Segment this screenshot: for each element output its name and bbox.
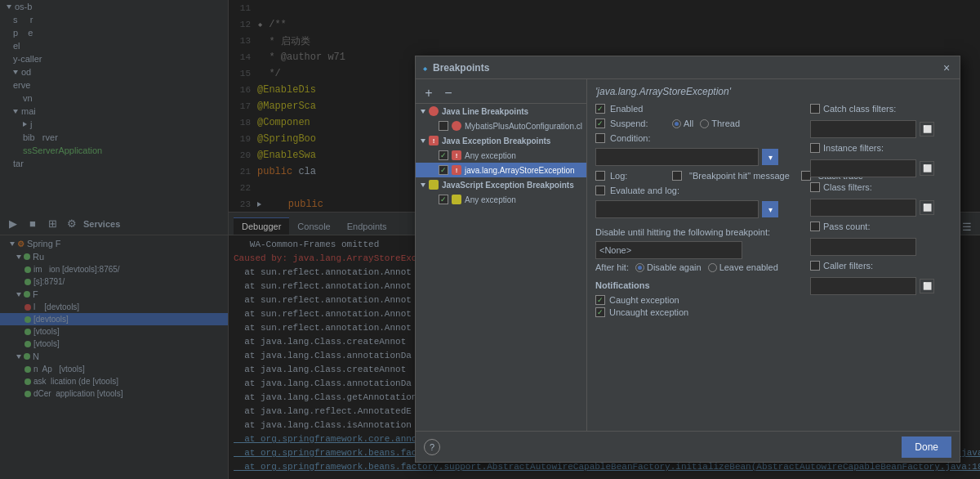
- ide-background: os-b s r p e el y-caller od erve vn mai: [0, 0, 980, 479]
- uncaught-exception-checkbox[interactable]: [595, 307, 605, 317]
- class-filters-checkbox[interactable]: [810, 182, 820, 192]
- class-filters-input-row: ⬜: [810, 199, 953, 217]
- breakpoints-icon: ⬥: [422, 62, 428, 74]
- class-filters-label: Class filters:: [823, 182, 872, 192]
- java-bp-icon: [452, 121, 461, 131]
- bp-group-label: Java Line Breakpoints: [442, 107, 528, 116]
- caller-filters-browse-btn[interactable]: ⬜: [920, 279, 934, 293]
- bp-group-label: JavaScript Exception Breakpoints: [442, 181, 574, 190]
- bp-group-java-exception[interactable]: ! Java Exception Breakpoints: [416, 133, 586, 148]
- evaluate-checkbox[interactable]: [595, 186, 605, 195]
- evaluate-input[interactable]: [595, 200, 759, 218]
- caught-exception-checkbox[interactable]: [595, 295, 605, 305]
- stack-trace-checkbox[interactable]: [801, 171, 811, 181]
- bp-item-any-exception[interactable]: ! Any exception: [416, 148, 586, 163]
- log-msg-label: "Breakpoint hit" message: [689, 171, 790, 181]
- radio-disable-again[interactable]: [635, 263, 644, 272]
- condition-input[interactable]: [595, 148, 759, 166]
- exception-bp-icon: !: [452, 165, 461, 175]
- breakpoints-dialog: ⬥ Breakpoints × + − Java Line Breakp: [415, 56, 960, 463]
- remove-breakpoint-button[interactable]: −: [440, 85, 457, 101]
- catch-class-input[interactable]: [810, 120, 916, 138]
- suspend-thread-option[interactable]: Thread: [700, 119, 740, 128]
- dialog-footer: ? Done: [416, 431, 960, 462]
- uncaught-exception-label: Uncaught exception: [609, 307, 688, 317]
- instance-filters-browse-btn[interactable]: ⬜: [920, 161, 934, 176]
- bp-group-java-line[interactable]: Java Line Breakpoints: [416, 104, 586, 119]
- pass-count-checkbox[interactable]: [810, 222, 820, 231]
- js-exception-icon: [429, 180, 439, 190]
- after-hit-label: After hit:: [595, 262, 629, 272]
- instance-filters-checkbox[interactable]: [810, 143, 820, 153]
- pass-count-row: Pass count:: [810, 222, 953, 231]
- help-button[interactable]: ?: [424, 439, 440, 455]
- catch-class-browse-btn[interactable]: ⬜: [920, 122, 934, 137]
- class-filters-row: Class filters:: [810, 182, 953, 192]
- pass-count-input[interactable]: [810, 238, 916, 256]
- suspend-label: Suspend:: [610, 119, 667, 128]
- js-bp-icon: [452, 195, 461, 204]
- log-label: Log:: [610, 171, 667, 181]
- catch-class-input-row: ⬜: [810, 120, 953, 138]
- radio-all[interactable]: [672, 119, 681, 128]
- uncaught-exception-item: Uncaught exception: [595, 307, 951, 317]
- radio-thread[interactable]: [700, 119, 709, 128]
- instance-filters-row: Instance filters:: [810, 143, 953, 153]
- evaluate-expand-btn[interactable]: ▾: [762, 201, 778, 217]
- instance-filters-label: Instance filters:: [823, 143, 884, 153]
- caller-filters-row: Caller filters:: [810, 261, 953, 271]
- log-msg-checkbox[interactable]: [672, 171, 682, 181]
- log-checkbox[interactable]: [595, 171, 605, 181]
- class-filters-input[interactable]: [810, 199, 916, 217]
- caught-exception-label: Caught exception: [609, 295, 679, 305]
- class-filters-browse-btn[interactable]: ⬜: [920, 200, 934, 215]
- leave-enabled-label: Leave enabled: [719, 262, 778, 272]
- add-breakpoint-button[interactable]: +: [421, 85, 437, 101]
- bp-group-js-exception[interactable]: JavaScript Exception Breakpoints: [416, 177, 586, 192]
- enabled-label: Enabled: [610, 104, 667, 114]
- right-side-props: Catch class filters: ⬜ Instance filters:: [810, 104, 953, 298]
- bp-group-label: Java Exception Breakpoints: [442, 137, 550, 145]
- catch-class-label: Catch class filters:: [823, 104, 896, 114]
- bp-item-arraystore[interactable]: ! java.lang.ArrayStoreException: [416, 163, 586, 177]
- pass-count-input-row: [810, 238, 953, 256]
- disable-until-select[interactable]: <None>: [595, 241, 742, 259]
- radio-thread-label: Thread: [711, 119, 740, 128]
- catch-class-filters-row: Catch class filters:: [810, 104, 953, 114]
- condition-expand-btn[interactable]: ▾: [762, 149, 778, 165]
- caller-filters-label: Caller filters:: [823, 261, 873, 271]
- evaluate-label: Evaluate and log:: [610, 186, 679, 195]
- disable-again-label: Disable again: [647, 262, 702, 272]
- bp-item-label: java.lang.ArrayStoreException: [465, 166, 575, 175]
- radio-leave-enabled[interactable]: [708, 263, 717, 272]
- disable-again-option[interactable]: Disable again: [635, 262, 702, 272]
- bp-item-mybatis[interactable]: MybatisPlusAutoConfiguration.cl: [416, 119, 586, 133]
- leave-enabled-option[interactable]: Leave enabled: [708, 262, 778, 272]
- bp-checkbox[interactable]: [439, 165, 448, 175]
- breakpoint-properties-panel: 'java.lang.ArrayStoreException' Enabled …: [587, 79, 960, 431]
- bp-checkbox[interactable]: [439, 195, 448, 204]
- bp-checkbox[interactable]: [439, 150, 448, 160]
- bp-checkbox[interactable]: [439, 121, 448, 131]
- bp-item-label: Any exception: [465, 151, 516, 160]
- condition-checkbox[interactable]: [595, 133, 605, 143]
- bp-item-js-any[interactable]: Any exception: [416, 192, 586, 207]
- instance-filters-input[interactable]: [810, 159, 916, 177]
- catch-class-checkbox[interactable]: [810, 104, 820, 114]
- breakpoint-tree-panel: + − Java Line Breakpoints MybatisPlusAut…: [416, 79, 587, 431]
- collapse-icon: [421, 139, 425, 143]
- caller-filters-checkbox[interactable]: [810, 261, 820, 271]
- dialog-close-button[interactable]: ×: [940, 61, 953, 74]
- bp-item-label: MybatisPlusAutoConfiguration.cl: [465, 122, 582, 131]
- suspend-checkbox[interactable]: [595, 119, 605, 128]
- done-button[interactable]: Done: [902, 436, 951, 458]
- enabled-checkbox[interactable]: [595, 104, 605, 114]
- suspend-radio-group: All Thread: [672, 119, 740, 128]
- caller-filters-input[interactable]: [810, 277, 916, 295]
- instance-filters-input-row: ⬜: [810, 159, 953, 177]
- pass-count-label: Pass count:: [823, 222, 870, 231]
- suspend-all-option[interactable]: All: [672, 119, 693, 128]
- exception-bp-icon: !: [452, 150, 461, 160]
- disable-until-text: Disable until hitting the following brea…: [595, 227, 770, 237]
- breakpoint-toolbar: + −: [416, 83, 586, 104]
